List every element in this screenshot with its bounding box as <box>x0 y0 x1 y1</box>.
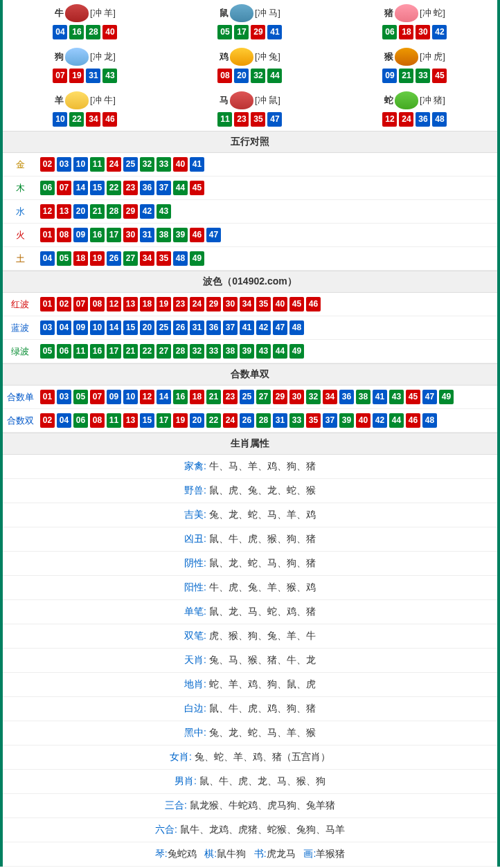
number-ball: 15 <box>140 413 154 428</box>
attr-label: 天肖: <box>184 654 206 665</box>
number-ball: 29 <box>273 390 287 404</box>
number-ball: 34 <box>323 390 337 404</box>
number-ball: 41 <box>240 320 254 335</box>
zodiac-name: 马 <box>220 94 229 107</box>
number-ball: 40 <box>173 157 188 172</box>
attr-row: 男肖: 鼠、牛、虎、龙、马、猴、狗 <box>3 770 497 794</box>
number-ball: 24 <box>223 413 238 428</box>
number-ball: 33 <box>157 157 171 172</box>
heshu-header: 合数单双 <box>3 363 497 386</box>
number-ball: 20 <box>140 320 154 335</box>
number-ball: 46 <box>306 297 321 311</box>
attr-label: 双笔: <box>184 630 206 641</box>
number-ball: 21 <box>206 390 221 404</box>
number-ball: 13 <box>57 204 71 219</box>
zodiac-conflict: [冲 龙] <box>90 51 116 63</box>
bose-row: 绿波05061116172122272832333839434449 <box>3 340 497 363</box>
number-ball: 36 <box>339 390 354 404</box>
number-ball: 08 <box>90 297 105 311</box>
attr-row: 家禽: 牛、马、羊、鸡、狗、猪 <box>3 455 497 479</box>
zodiac-cell: 羊[冲 牛]10223446 <box>3 87 168 131</box>
zodiac-牛-icon <box>65 4 89 22</box>
attr-label: 野兽: <box>184 485 206 496</box>
number-ball: 43 <box>389 390 404 404</box>
number-ball: 32 <box>190 344 204 359</box>
zodiac-balls: 09213345 <box>332 69 497 83</box>
number-ball: 31 <box>86 69 100 83</box>
wuxing-label: 火 <box>3 226 37 244</box>
wuxing-row: 水1213202128294243 <box>3 200 497 224</box>
attr-row: 野兽: 鼠、虎、兔、龙、蛇、猴 <box>3 479 497 503</box>
number-ball: 30 <box>223 297 238 311</box>
number-ball: 18 <box>73 251 88 266</box>
number-ball: 47 <box>267 112 282 127</box>
number-ball: 29 <box>206 297 221 311</box>
wuxing-label: 木 <box>3 179 37 197</box>
attr-label: 阴性: <box>184 557 206 568</box>
wuxing-header: 五行对照 <box>3 131 497 153</box>
number-ball: 27 <box>256 390 271 404</box>
number-ball: 13 <box>123 413 138 428</box>
number-ball: 49 <box>190 251 204 266</box>
number-ball: 39 <box>173 228 188 242</box>
number-ball: 37 <box>223 320 238 335</box>
number-ball: 17 <box>157 413 171 428</box>
number-ball: 30 <box>123 228 138 242</box>
zodiac-name: 牛 <box>55 7 64 19</box>
number-ball: 15 <box>123 320 138 335</box>
number-ball: 12 <box>382 112 397 127</box>
number-ball: 43 <box>157 204 171 219</box>
attr-value: 兔、马、猴、猪、牛、龙 <box>206 654 316 665</box>
number-ball: 10 <box>123 390 138 404</box>
number-ball: 10 <box>53 112 67 127</box>
wuxing-row: 火0108091617303138394647 <box>3 224 497 247</box>
attr-value: 鼠、龙、蛇、马、狗、猪 <box>206 557 316 568</box>
zodiac-conflict: [冲 牛] <box>90 94 116 107</box>
number-ball: 43 <box>256 344 271 359</box>
number-ball: 08 <box>90 413 105 428</box>
zodiac-猪-icon <box>395 4 418 22</box>
attr-row: 白边: 鼠、牛、虎、鸡、狗、猪 <box>3 697 497 721</box>
zodiac-conflict: [冲 兔] <box>255 51 280 63</box>
number-ball: 31 <box>273 413 287 428</box>
number-ball: 01 <box>40 297 55 311</box>
zodiac-conflict: [冲 蛇] <box>420 7 445 19</box>
zodiac-name: 猪 <box>384 7 393 19</box>
number-ball: 23 <box>223 390 238 404</box>
number-ball: 32 <box>251 69 265 83</box>
heshu-label: 合数单 <box>3 388 37 406</box>
attr-row: 黑中: 兔、龙、蛇、马、羊、猴 <box>3 721 497 745</box>
number-ball: 21 <box>399 69 413 83</box>
attr-label: 阳性: <box>184 581 206 593</box>
number-ball: 09 <box>382 69 397 83</box>
bose-balls: 05061116172122272832333839434449 <box>37 341 497 362</box>
attr-row: 三合: 鼠龙猴、牛蛇鸡、虎马狗、兔羊猪 <box>3 794 497 818</box>
number-ball: 13 <box>123 297 138 311</box>
number-ball: 42 <box>256 320 271 335</box>
number-ball: 09 <box>107 390 121 404</box>
attr-label: 女肖: <box>170 751 192 762</box>
number-ball: 23 <box>173 297 188 311</box>
footer-a-value: 兔蛇鸡 <box>168 848 197 859</box>
number-ball: 23 <box>234 112 249 127</box>
attr-row: 天肖: 兔、马、猴、猪、牛、龙 <box>3 649 497 673</box>
number-ball: 35 <box>251 112 265 127</box>
zodiac-cell: 牛[冲 羊]04162840 <box>3 0 168 44</box>
number-ball: 03 <box>57 157 71 172</box>
attr-label: 黑中: <box>184 727 206 738</box>
number-ball: 23 <box>123 181 138 195</box>
attr-value: 鼠、龙、马、蛇、鸡、猪 <box>206 606 316 617</box>
attr-label: 六合: <box>155 824 177 835</box>
number-ball: 22 <box>140 344 154 359</box>
number-ball: 20 <box>73 204 88 219</box>
wuxing-balls: 04051819262734354849 <box>37 248 497 269</box>
bose-row: 红波0102070812131819232429303435404546 <box>3 293 497 316</box>
number-ball: 36 <box>140 181 154 195</box>
number-ball: 28 <box>86 25 100 39</box>
number-ball: 21 <box>90 204 105 219</box>
wuxing-balls: 0108091617303138394647 <box>37 224 497 246</box>
zodiac-cell: 猴[冲 虎]09213345 <box>332 44 497 87</box>
zodiac-鼠-icon <box>230 4 253 22</box>
number-ball: 37 <box>157 181 171 195</box>
number-ball: 04 <box>57 413 71 428</box>
